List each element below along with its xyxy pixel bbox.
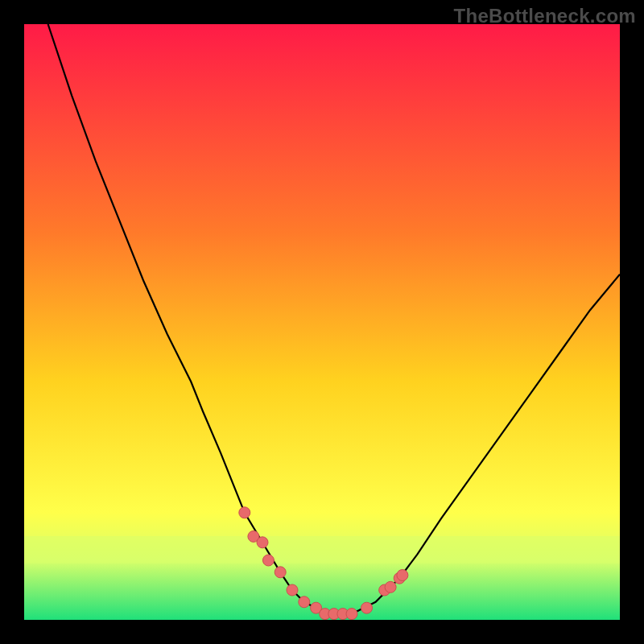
marker-point <box>239 507 250 518</box>
pale-band <box>24 536 620 564</box>
marker-point <box>361 602 373 613</box>
watermark-text: TheBottleneck.com <box>454 5 636 27</box>
chart-frame: TheBottleneck.com <box>0 0 644 644</box>
marker-point <box>385 581 396 592</box>
marker-point <box>257 537 268 548</box>
marker-point <box>346 609 357 620</box>
plot-area <box>24 24 620 620</box>
marker-point <box>275 567 286 578</box>
marker-point <box>397 570 408 581</box>
chart-svg <box>24 24 620 620</box>
marker-point <box>299 597 310 608</box>
marker-point <box>287 584 298 596</box>
marker-point <box>262 555 274 566</box>
gradient-background <box>24 24 620 620</box>
